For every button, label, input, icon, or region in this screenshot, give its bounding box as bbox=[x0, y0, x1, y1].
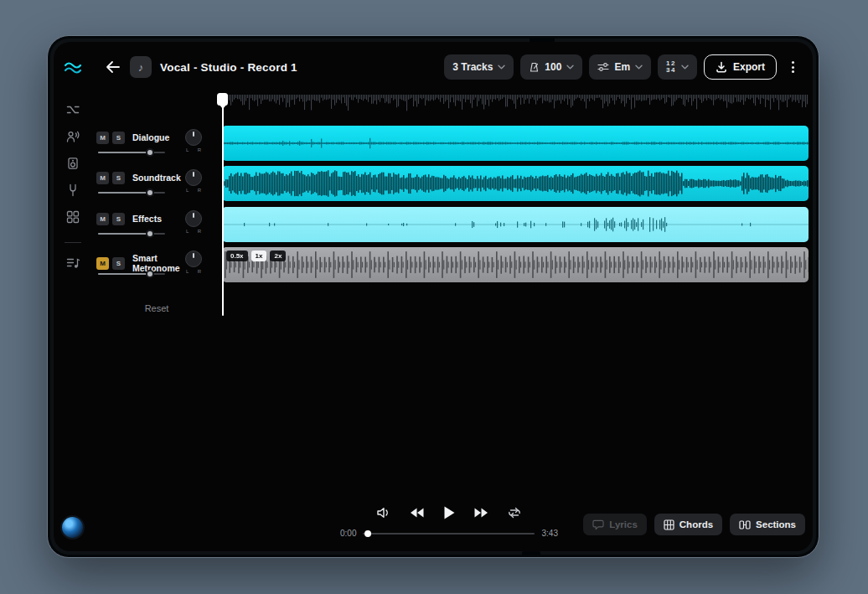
song-note-icon: ♪ bbox=[130, 56, 152, 78]
split-tracks-icon[interactable] bbox=[63, 100, 83, 120]
key-value: Em bbox=[614, 61, 630, 73]
seek-handle[interactable] bbox=[365, 530, 372, 537]
user-avatar[interactable] bbox=[60, 515, 85, 540]
header-controls: 3 Tracks 100 Em 12 34 bbox=[444, 54, 801, 80]
chevron-down-icon bbox=[566, 65, 574, 70]
mute-button[interactable]: M bbox=[96, 132, 109, 144]
speed-selector: 0.5x 1x 2x bbox=[226, 251, 286, 261]
pan-knob[interactable] bbox=[185, 169, 202, 186]
solo-button[interactable]: S bbox=[112, 172, 125, 184]
volume-slider[interactable] bbox=[98, 189, 165, 197]
volume-slider-handle[interactable] bbox=[146, 270, 154, 278]
playhead[interactable] bbox=[217, 93, 228, 316]
seek-bar[interactable] bbox=[364, 529, 535, 538]
speed-1x-button[interactable]: 1x bbox=[251, 251, 267, 261]
track-controls: M S Soundtrack LR bbox=[94, 166, 220, 201]
lyrics-label: Lyrics bbox=[609, 519, 637, 529]
lyrics-button[interactable]: Lyrics bbox=[583, 514, 646, 535]
chords-button[interactable]: Chords bbox=[654, 514, 722, 535]
chords-grid-icon bbox=[664, 519, 674, 530]
solo-button[interactable]: S bbox=[112, 132, 125, 144]
sidebar bbox=[54, 42, 92, 551]
reset-mixer-button[interactable]: Reset bbox=[94, 303, 220, 313]
time-signature-bottom: 34 bbox=[666, 67, 676, 74]
solo-button[interactable]: S bbox=[112, 213, 125, 225]
track-row: M S Dialogue LR bbox=[54, 126, 813, 161]
pan-knob[interactable] bbox=[185, 129, 202, 146]
export-button[interactable]: Export bbox=[704, 54, 777, 80]
track-lane-soundtrack[interactable] bbox=[222, 166, 809, 201]
solo-button[interactable]: S bbox=[112, 257, 125, 270]
lyrics-icon bbox=[592, 519, 604, 530]
fast-forward-button[interactable] bbox=[472, 505, 491, 520]
waveform-effects bbox=[222, 207, 809, 242]
rewind-button[interactable] bbox=[407, 505, 426, 520]
pan-labels: LR bbox=[183, 229, 204, 234]
sections-label: Sections bbox=[756, 519, 796, 529]
sections-button[interactable]: Sections bbox=[730, 514, 805, 535]
metronome-icon bbox=[529, 62, 540, 73]
track-row: M S Effects LR bbox=[54, 207, 813, 242]
mute-button[interactable]: M bbox=[96, 172, 109, 184]
volume-slider-handle[interactable] bbox=[146, 230, 154, 238]
track-label: Dialogue bbox=[132, 132, 184, 142]
loop-icon bbox=[507, 506, 522, 519]
mute-button[interactable]: M bbox=[96, 257, 109, 270]
time-signature-dropdown[interactable]: 12 34 bbox=[658, 54, 697, 80]
speed-2x-button[interactable]: 2x bbox=[270, 251, 286, 261]
pan-knob[interactable] bbox=[185, 210, 202, 227]
more-options-button[interactable] bbox=[785, 56, 801, 78]
track-row: M S Smart Metronome LR 0.5x 1x 2x bbox=[54, 247, 813, 282]
chevron-down-icon bbox=[681, 65, 689, 70]
track-controls: M S Smart Metronome LR bbox=[94, 247, 220, 282]
sidebar-divider bbox=[65, 242, 81, 243]
volume-slider[interactable] bbox=[98, 148, 165, 157]
track-controls: M S Effects LR bbox=[94, 207, 220, 242]
playhead-handle[interactable] bbox=[217, 93, 228, 106]
volume-slider-handle[interactable] bbox=[146, 148, 154, 157]
volume-slider[interactable] bbox=[98, 230, 165, 238]
tempo-dropdown[interactable]: 100 bbox=[520, 54, 582, 80]
mute-button[interactable]: M bbox=[96, 213, 109, 225]
speed-half-button[interactable]: 0.5x bbox=[226, 251, 248, 261]
playhead-line bbox=[222, 106, 224, 316]
export-label: Export bbox=[733, 61, 765, 73]
volume-slider-handle[interactable] bbox=[146, 189, 154, 197]
volume-slider[interactable] bbox=[98, 270, 165, 278]
view-buttons: Lyrics Chords Sections bbox=[583, 514, 805, 535]
track-lane-dialogue[interactable] bbox=[222, 126, 809, 161]
app-window: ♪ Vocal - Studio - Record 1 3 Tracks 100… bbox=[54, 42, 813, 551]
waveform-metronome bbox=[222, 247, 809, 282]
elapsed-time: 0:00 bbox=[340, 529, 356, 538]
track-label: Effects bbox=[132, 214, 184, 224]
progress-row: 0:00 3:43 bbox=[340, 529, 558, 538]
track-row: M S Soundtrack LR bbox=[54, 166, 813, 201]
header: ♪ Vocal - Studio - Record 1 3 Tracks 100… bbox=[92, 42, 813, 92]
track-lane-metronome[interactable]: 0.5x 1x 2x bbox=[222, 247, 809, 282]
volume-button[interactable] bbox=[375, 504, 393, 521]
tracks-dropdown[interactable]: 3 Tracks bbox=[444, 54, 514, 80]
track-controls: M S Dialogue LR bbox=[94, 126, 220, 161]
transport-controls bbox=[375, 504, 524, 522]
loop-button[interactable] bbox=[505, 504, 524, 521]
seek-track bbox=[364, 533, 535, 535]
page-title: Vocal - Studio - Record 1 bbox=[160, 61, 297, 74]
download-icon bbox=[716, 61, 727, 73]
play-button[interactable] bbox=[441, 504, 457, 522]
fast-forward-icon bbox=[473, 507, 489, 519]
sections-icon bbox=[739, 519, 751, 530]
chevron-down-icon bbox=[498, 65, 505, 70]
key-dropdown[interactable]: Em bbox=[589, 54, 651, 80]
total-time: 3:43 bbox=[542, 529, 558, 538]
track-lane-effects[interactable] bbox=[222, 207, 809, 242]
timeline-ruler[interactable] bbox=[222, 95, 809, 113]
pan-knob[interactable] bbox=[185, 251, 202, 267]
app-logo-icon[interactable] bbox=[64, 60, 82, 78]
tablet-frame: ♪ Vocal - Studio - Record 1 3 Tracks 100… bbox=[47, 35, 819, 558]
tempo-value: 100 bbox=[545, 61, 561, 73]
track-label: Soundtrack bbox=[132, 173, 184, 183]
pan-labels: LR bbox=[183, 269, 204, 274]
back-button[interactable] bbox=[102, 57, 123, 77]
pan-labels: LR bbox=[183, 147, 204, 152]
waveform-soundtrack bbox=[222, 166, 809, 201]
